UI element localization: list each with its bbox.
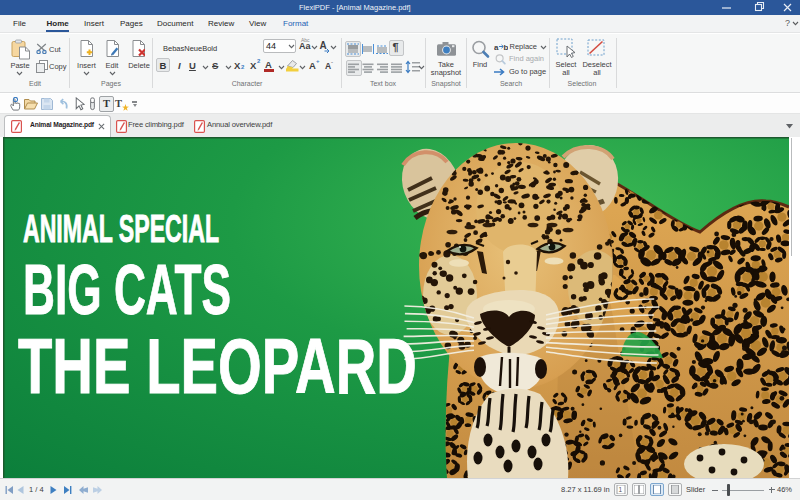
svg-text:1: 1 <box>619 486 623 493</box>
svg-text:A: A <box>320 40 327 51</box>
svg-text:THE LEOPARD: THE LEOPARD <box>18 323 417 409</box>
svg-text:a: a <box>494 43 499 52</box>
svg-text:b: b <box>504 43 509 52</box>
svg-text:ANIMAL SPECIAL: ANIMAL SPECIAL <box>23 207 219 250</box>
svg-text:BIG CATS: BIG CATS <box>23 250 231 329</box>
